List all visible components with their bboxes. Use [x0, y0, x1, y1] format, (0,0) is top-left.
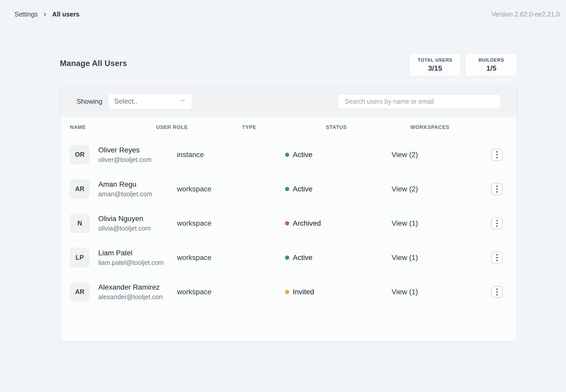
status-dot-icon	[285, 290, 289, 294]
row-actions-button[interactable]	[491, 149, 503, 161]
breadcrumb-settings[interactable]: Settings	[14, 11, 38, 18]
user-email: olivia@tooljet.com	[98, 225, 151, 232]
builders-card: BUILDERS 1/5	[465, 53, 517, 76]
breadcrumb-all-users: All users	[52, 11, 79, 18]
kebab-vertical-icon	[496, 220, 498, 221]
user-status: Active	[285, 151, 312, 159]
column-header-user-role: USER ROLE	[156, 124, 188, 130]
avatar: OR	[70, 145, 90, 165]
status-dot-icon	[285, 153, 289, 157]
total-users-card: TOTAL USERS 3/15	[409, 53, 461, 76]
status-filter-value: Select..	[114, 97, 138, 105]
kebab-vertical-icon	[496, 151, 498, 152]
user-name-block: Olivia Nguyen olivia@tooljet.com	[98, 215, 151, 232]
column-header-type: TYPE	[242, 124, 256, 130]
user-type: workspace	[177, 254, 212, 262]
table-header: NAME USER ROLE TYPE STATUS WORKSPACES	[60, 117, 517, 137]
avatar: N	[70, 214, 90, 233]
avatar: LP	[70, 248, 90, 267]
filter-bar: Showing Select..	[60, 86, 517, 117]
avatar: AR	[70, 179, 90, 199]
total-users-value: 3/15	[428, 64, 442, 72]
view-workspaces-link[interactable]: View (1)	[392, 288, 418, 296]
user-name-block: Alexander Ramirez alexander@tooljet.con	[98, 283, 163, 301]
user-type: workspace	[177, 219, 212, 227]
user-email: aman@tooljet.com	[98, 190, 152, 198]
total-users-label: TOTAL USERS	[418, 58, 452, 63]
builders-value: 1/5	[486, 64, 496, 72]
breadcrumb: Settings All users	[14, 11, 79, 18]
row-actions-button[interactable]	[491, 251, 503, 264]
user-name-block: Liam Patel liam.patel@tooljet.com	[98, 249, 164, 266]
status-dot-icon	[285, 221, 289, 225]
status-filter-select[interactable]: Select..	[108, 94, 192, 109]
table-row: LP Liam Patel liam.patel@tooljet.com wor…	[60, 240, 517, 275]
status-label: Invited	[293, 288, 314, 296]
column-header-name: NAME	[70, 124, 86, 130]
table-row: AR Alexander Ramirez alexander@tooljet.c…	[60, 275, 517, 309]
chevron-right-icon	[42, 12, 47, 17]
status-dot-icon	[285, 187, 289, 191]
user-status: Active	[285, 254, 312, 262]
user-email: oliver@tooljet.com	[98, 156, 151, 164]
users-panel: Showing Select.. NAME USER ROLE TYPE STA…	[60, 86, 517, 342]
stats-cards: TOTAL USERS 3/15 BUILDERS 1/5	[409, 53, 517, 76]
row-actions-button[interactable]	[491, 183, 503, 195]
status-label: Active	[293, 151, 312, 159]
user-status: Invited	[285, 288, 314, 296]
column-header-status: STATUS	[326, 124, 347, 130]
search-input[interactable]	[338, 94, 501, 109]
user-name: Oliver Reyes	[98, 146, 151, 154]
row-actions-button[interactable]	[491, 286, 503, 298]
showing-label: Showing	[77, 97, 102, 105]
chevron-down-icon	[179, 97, 186, 106]
user-name: Alexander Ramirez	[98, 283, 163, 291]
user-type: workspace	[177, 185, 212, 193]
user-name-block: Oliver Reyes oliver@tooljet.com	[98, 146, 151, 164]
view-workspaces-link[interactable]: View (2)	[392, 185, 418, 193]
version-text: Version 2.62.0-ee2.21.0	[491, 11, 560, 18]
avatar: AR	[70, 282, 90, 302]
column-header-workspaces: WORKSPACES	[410, 124, 449, 130]
user-status: Active	[285, 185, 312, 193]
user-email: alexander@tooljet.con	[98, 293, 163, 301]
user-name-block: Aman Regu aman@tooljet.com	[98, 180, 152, 198]
view-workspaces-link[interactable]: View (1)	[392, 254, 418, 262]
user-name: Liam Patel	[98, 249, 164, 257]
status-label: Active	[293, 185, 312, 193]
table-row: N Olivia Nguyen olivia@tooljet.com works…	[60, 206, 517, 240]
user-status: Archived	[285, 219, 321, 227]
view-workspaces-link[interactable]: View (2)	[392, 151, 418, 159]
page-title: Manage All Users	[60, 59, 127, 68]
table-row: AR Aman Regu aman@tooljet.com workspace …	[60, 172, 517, 206]
status-label: Archived	[293, 219, 321, 227]
table-row: OR Oliver Reyes oliver@tooljet.com insta…	[60, 137, 517, 172]
row-actions-button[interactable]	[491, 217, 503, 229]
topbar: Settings All users Version 2.62.0-ee2.21…	[0, 0, 566, 29]
user-email: liam.patel@tooljet.com	[98, 259, 164, 266]
kebab-vertical-icon	[496, 288, 498, 290]
user-name: Olivia Nguyen	[98, 215, 151, 223]
user-type: instance	[177, 151, 204, 159]
user-type: workspace	[177, 288, 212, 296]
user-name: Aman Regu	[98, 180, 152, 189]
status-label: Active	[293, 254, 312, 262]
kebab-vertical-icon	[496, 254, 498, 255]
status-dot-icon	[285, 256, 289, 260]
builders-label: BUILDERS	[479, 58, 504, 63]
kebab-vertical-icon	[496, 185, 498, 187]
view-workspaces-link[interactable]: View (1)	[392, 219, 418, 227]
